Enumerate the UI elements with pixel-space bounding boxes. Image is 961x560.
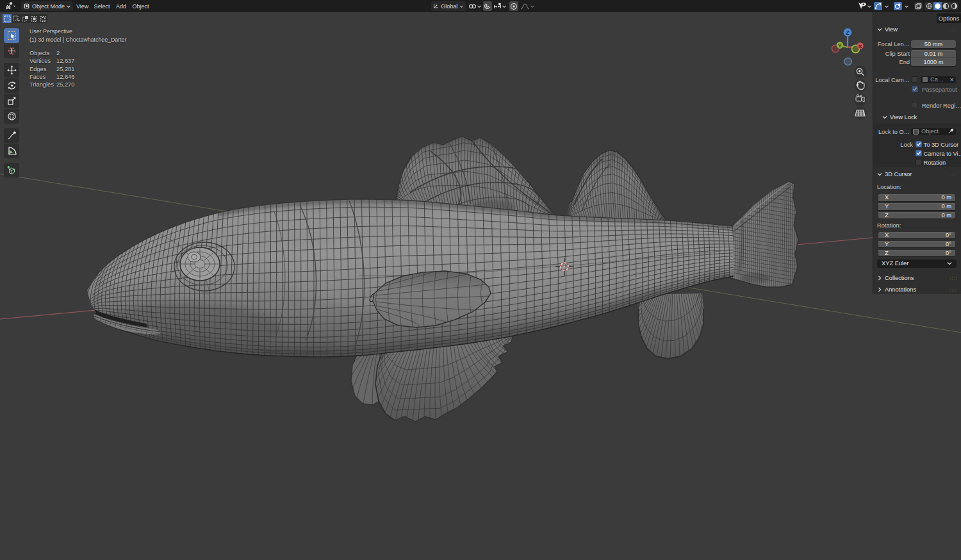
svg-text:Y: Y xyxy=(838,43,842,49)
svg-text:Z: Z xyxy=(846,29,849,36)
svg-text:X: X xyxy=(858,44,862,49)
